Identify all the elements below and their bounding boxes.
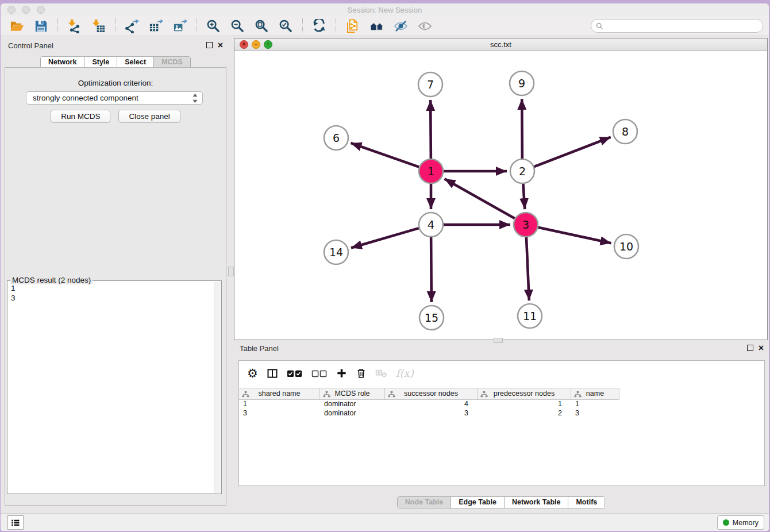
refresh-view-button[interactable] bbox=[311, 18, 327, 34]
table-tab-edge-table[interactable]: Edge Table bbox=[451, 497, 504, 508]
tab-select[interactable]: Select bbox=[117, 57, 153, 68]
cell-successor-nodes[interactable]: 3 bbox=[385, 408, 478, 418]
cell-predecessor-nodes[interactable]: 1 bbox=[478, 399, 571, 408]
table-tab-network-table[interactable]: Network Table bbox=[504, 497, 568, 508]
mcds-panel: Optimization criterion: strongly connect… bbox=[5, 67, 226, 506]
import-network-button[interactable] bbox=[67, 18, 82, 34]
node-11[interactable]: 11 bbox=[518, 304, 542, 328]
column-header-shared-name[interactable]: shared name bbox=[239, 388, 320, 399]
cell-name[interactable]: 3 bbox=[571, 408, 619, 418]
edge-2-8[interactable] bbox=[534, 137, 611, 167]
column-header-predecessor-nodes[interactable]: predecessor nodes bbox=[478, 388, 571, 399]
search-icon bbox=[596, 22, 603, 30]
search-box[interactable] bbox=[591, 19, 763, 33]
edge-3-10[interactable] bbox=[538, 228, 611, 244]
edge-2-9[interactable] bbox=[522, 99, 522, 159]
cell-predecessor-nodes[interactable]: 2 bbox=[478, 408, 571, 418]
delete-columns-button[interactable] bbox=[356, 366, 367, 381]
save-session-button[interactable] bbox=[33, 18, 49, 34]
cell-name[interactable]: 1 bbox=[571, 399, 619, 408]
unselect-all-columns-button[interactable] bbox=[311, 366, 328, 381]
edge-2-3[interactable] bbox=[523, 184, 525, 209]
open-file-button[interactable] bbox=[9, 18, 25, 34]
float-panel-icon[interactable] bbox=[206, 42, 213, 48]
column-header-MCDS-role[interactable]: MCDS role bbox=[320, 388, 385, 399]
delete-table-button[interactable] bbox=[375, 366, 387, 381]
control-panel-title: Control Panel bbox=[8, 41, 53, 50]
edge-1-7[interactable] bbox=[430, 100, 431, 159]
node-15[interactable]: 15 bbox=[419, 306, 444, 330]
cell-MCDS-role[interactable]: dominator bbox=[320, 408, 385, 418]
tab-mcds[interactable]: MCDS bbox=[153, 57, 190, 68]
hide-selected-button[interactable] bbox=[393, 18, 409, 34]
close-panel-button[interactable]: Close panel bbox=[118, 110, 180, 123]
node-1-dominator[interactable]: 1 bbox=[419, 159, 443, 183]
table-float-panel-icon[interactable] bbox=[747, 345, 753, 351]
table-tab-motifs[interactable]: Motifs bbox=[568, 497, 605, 508]
node-6[interactable]: 6 bbox=[324, 126, 348, 150]
split-panel-button[interactable] bbox=[267, 366, 278, 381]
function-builder-button[interactable]: f(x) bbox=[396, 366, 414, 381]
memory-button[interactable]: Memory bbox=[717, 515, 764, 530]
edge-3-1[interactable] bbox=[445, 179, 515, 218]
clone-network-button[interactable] bbox=[345, 18, 360, 34]
cell-shared-name[interactable]: 1 bbox=[239, 399, 320, 408]
result-scrollbar[interactable] bbox=[214, 282, 221, 493]
svg-text:15: 15 bbox=[425, 311, 438, 324]
run-mcds-button[interactable]: Run MCDS bbox=[51, 110, 110, 123]
horizontal-splitter-handle[interactable] bbox=[494, 338, 503, 343]
svg-text:9: 9 bbox=[518, 77, 525, 90]
network-view-window: ✕ − + scc.txt 7968124314101511 bbox=[234, 38, 768, 340]
export-table-button[interactable] bbox=[148, 18, 164, 34]
zoom-in-button[interactable] bbox=[206, 18, 221, 34]
edge-1-6[interactable] bbox=[351, 143, 419, 167]
select-all-columns-button[interactable] bbox=[287, 366, 303, 381]
task-history-button[interactable] bbox=[7, 515, 24, 530]
tab-network[interactable]: Network bbox=[41, 57, 84, 68]
select-stepper-icon bbox=[192, 92, 198, 104]
tab-style[interactable]: Style bbox=[84, 57, 117, 68]
vertical-splitter-handle[interactable] bbox=[228, 267, 234, 276]
node-7[interactable]: 7 bbox=[418, 72, 442, 97]
search-input[interactable] bbox=[606, 21, 763, 31]
zoom-selected-button[interactable] bbox=[278, 18, 294, 34]
create-column-button[interactable] bbox=[336, 366, 347, 381]
zoom-out-button[interactable] bbox=[230, 18, 245, 34]
toolbar-separator bbox=[197, 18, 197, 33]
column-header-successor-nodes[interactable]: successor nodes bbox=[385, 388, 478, 399]
column-header-name[interactable]: name bbox=[571, 388, 619, 399]
table-row-2[interactable]: 3dominator323 bbox=[239, 408, 764, 418]
table-row-1[interactable]: 1dominator411 bbox=[239, 399, 764, 408]
window-title: Session: New Session bbox=[1, 6, 769, 14]
table-close-panel-icon[interactable]: × bbox=[759, 345, 764, 351]
cell-successor-nodes[interactable]: 4 bbox=[385, 399, 478, 408]
node-9[interactable]: 9 bbox=[510, 71, 534, 95]
table-tabs: Node TableEdge TableNetwork TableMotifs bbox=[397, 496, 606, 508]
node-14[interactable]: 14 bbox=[324, 240, 348, 264]
first-neighbors-button[interactable] bbox=[369, 18, 384, 34]
edge-4-15[interactable] bbox=[431, 237, 432, 302]
network-canvas[interactable]: 7968124314101511 bbox=[234, 51, 767, 340]
svg-text:3: 3 bbox=[522, 218, 529, 231]
import-table-button[interactable] bbox=[91, 18, 106, 34]
toolbar-separator bbox=[302, 18, 303, 33]
node-3-dominator[interactable]: 3 bbox=[514, 213, 538, 237]
mcds-result-text[interactable]: 1 3 bbox=[11, 283, 212, 491]
table-tab-node-table[interactable]: Node Table bbox=[398, 497, 451, 508]
zoom-fit-button[interactable] bbox=[254, 18, 270, 34]
column-label: shared name bbox=[239, 390, 319, 398]
optimization-select[interactable]: strongly connected component bbox=[26, 91, 203, 105]
node-10[interactable]: 10 bbox=[614, 234, 638, 259]
edge-4-14[interactable] bbox=[351, 228, 419, 248]
show-all-button[interactable] bbox=[417, 18, 433, 34]
node-2[interactable]: 2 bbox=[510, 159, 534, 183]
export-network-button[interactable] bbox=[124, 18, 140, 34]
cell-MCDS-role[interactable]: dominator bbox=[320, 399, 385, 408]
node-8[interactable]: 8 bbox=[613, 119, 637, 144]
close-panel-icon[interactable]: × bbox=[218, 43, 223, 48]
cell-shared-name[interactable]: 3 bbox=[239, 408, 320, 418]
edge-3-11[interactable] bbox=[526, 237, 529, 300]
node-4[interactable]: 4 bbox=[419, 213, 443, 237]
export-image-button[interactable] bbox=[172, 18, 188, 34]
attribute-options-button[interactable]: ⚙ bbox=[247, 366, 258, 381]
